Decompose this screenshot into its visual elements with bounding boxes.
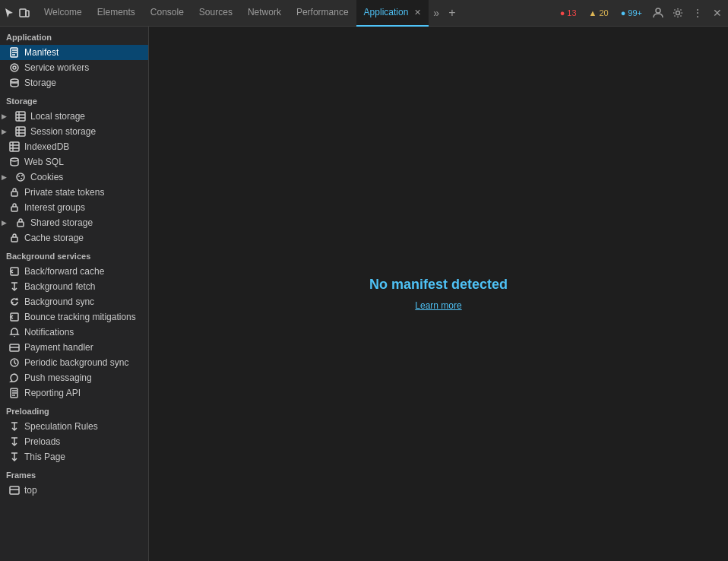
tab-network[interactable]: Network (240, 0, 289, 27)
cache-storage-label: Cache storage (24, 233, 84, 243)
private-state-tokens-icon (9, 187, 20, 198)
sidebar-item-cache-storage[interactable]: Cache storage (0, 230, 148, 246)
svg-point-28 (21, 175, 23, 176)
close-devtools-icon[interactable]: ✕ (710, 5, 725, 21)
private-state-tokens-label: Private state tokens (24, 187, 104, 198)
sidebar-item-session-storage[interactable]: ▶ Session storage (0, 124, 148, 139)
sidebar-item-payment-handler[interactable]: Payment handler (0, 340, 148, 355)
svg-point-8 (11, 64, 18, 71)
cursor-icon[interactable] (3, 7, 15, 19)
sidebar-item-notifications[interactable]: Notifications (0, 325, 148, 340)
learn-more-link[interactable]: Learn more (415, 300, 461, 311)
sidebar-item-private-state-tokens[interactable]: Private state tokens (0, 185, 148, 200)
sidebar-item-top-frame[interactable]: top (0, 483, 148, 498)
info-icon: ● (621, 8, 626, 17)
svg-point-26 (18, 176, 20, 177)
svg-rect-0 (20, 9, 26, 17)
background-services-section-label: Background services (0, 246, 148, 264)
tab-elements[interactable]: Elements (90, 0, 143, 27)
web-sql-icon (9, 157, 20, 167)
svg-rect-31 (17, 222, 24, 227)
notifications-label: Notifications (24, 327, 74, 338)
sidebar-item-interest-groups[interactable]: Interest groups (0, 200, 148, 215)
periodic-background-sync-icon (9, 357, 20, 368)
local-storage-label: Local storage (30, 111, 85, 122)
sidebar-item-shared-storage[interactable]: ▶ Shared storage (0, 215, 148, 230)
background-fetch-icon (9, 281, 20, 292)
svg-rect-12 (16, 112, 25, 121)
payment-handler-label: Payment handler (24, 342, 93, 353)
svg-rect-30 (11, 207, 17, 211)
tab-close-icon[interactable]: ✕ (414, 8, 421, 17)
tab-console[interactable]: Console (143, 0, 191, 27)
svg-rect-16 (16, 127, 25, 136)
sidebar-item-manifest[interactable]: Manifest (0, 45, 148, 60)
sidebar-item-speculation-rules[interactable]: Speculation Rules (0, 419, 148, 434)
expand-arrow-session-icon: ▶ (2, 128, 7, 135)
main-content: No manifest detected Learn more (149, 27, 728, 561)
main-area: Application Manifest Service workers Sto… (0, 27, 728, 561)
profile-icon[interactable] (650, 5, 666, 21)
sidebar-item-service-workers[interactable]: Service workers (0, 60, 148, 75)
tab-sources[interactable]: Sources (191, 0, 240, 27)
svg-rect-32 (11, 237, 17, 242)
push-messaging-icon (9, 372, 20, 383)
sidebar-item-indexeddb[interactable]: IndexedDB (0, 139, 148, 154)
bounce-tracking-label: Bounce tracking mitigations (24, 312, 136, 322)
shared-storage-icon (15, 217, 26, 228)
application-section-label: Application (0, 27, 148, 45)
svg-point-2 (656, 8, 660, 13)
svg-point-10 (11, 79, 18, 82)
session-storage-label: Session storage (30, 126, 96, 137)
no-manifest-title: No manifest detected (369, 277, 508, 293)
sidebar-item-bounce-tracking[interactable]: Bounce tracking mitigations (0, 309, 148, 325)
cookies-label: Cookies (30, 172, 63, 182)
device-icon[interactable] (18, 7, 30, 19)
preloads-icon (9, 436, 20, 447)
more-options-icon[interactable]: ⋮ (690, 5, 705, 21)
add-tab-icon[interactable]: + (444, 6, 460, 20)
manifest-label: Manifest (24, 47, 59, 58)
sidebar-item-web-sql[interactable]: Web SQL (0, 154, 148, 170)
warning-badge[interactable]: ▲ 20 (585, 7, 612, 19)
error-icon: ● (560, 8, 565, 17)
sidebar-item-periodic-background-sync[interactable]: Periodic background sync (0, 355, 148, 370)
sidebar-item-preloads[interactable]: Preloads (0, 434, 148, 449)
expand-arrow-cookies-icon: ▶ (2, 173, 7, 181)
speculation-rules-label: Speculation Rules (24, 421, 98, 432)
expand-arrow-shared-icon: ▶ (2, 219, 7, 227)
background-sync-icon (9, 296, 20, 307)
indexeddb-icon (9, 141, 20, 152)
expand-arrow-icon: ▶ (2, 113, 7, 120)
info-badge[interactable]: ● 99+ (617, 7, 646, 19)
service-workers-icon (9, 62, 20, 73)
sidebar-item-push-messaging[interactable]: Push messaging (0, 370, 148, 385)
preloading-section-label: Preloading (0, 401, 148, 419)
sidebar-item-background-sync[interactable]: Background sync (0, 294, 148, 309)
reporting-api-label: Reporting API (24, 388, 81, 398)
sidebar-item-local-storage[interactable]: ▶ Local storage (0, 109, 148, 124)
manifest-icon (9, 47, 20, 58)
tab-performance[interactable]: Performance (289, 0, 356, 27)
more-tabs-icon[interactable]: » (429, 7, 444, 19)
sidebar-item-this-page[interactable]: This Page (0, 449, 148, 464)
interest-groups-label: Interest groups (24, 202, 85, 213)
error-badge[interactable]: ● 13 (556, 7, 581, 19)
settings-icon[interactable] (670, 5, 685, 21)
svg-point-3 (676, 11, 680, 15)
preloads-label: Preloads (24, 436, 60, 447)
svg-rect-1 (26, 11, 29, 17)
cache-storage-icon (9, 233, 20, 243)
sidebar-item-reporting-api[interactable]: Reporting API (0, 385, 148, 401)
background-sync-label: Background sync (24, 296, 94, 307)
sidebar-item-cookies[interactable]: ▶ Cookies (0, 170, 148, 185)
reporting-api-icon (9, 388, 20, 398)
sidebar-item-back-forward-cache[interactable]: Back/forward cache (0, 264, 148, 279)
tab-welcome[interactable]: Welcome (36, 0, 90, 27)
sidebar-item-background-fetch[interactable]: Background fetch (0, 279, 148, 294)
push-messaging-label: Push messaging (24, 372, 92, 383)
tab-application[interactable]: Application ✕ (356, 0, 429, 27)
session-storage-icon (15, 126, 26, 137)
local-storage-icon (15, 111, 26, 122)
sidebar-item-storage[interactable]: Storage (0, 75, 148, 90)
